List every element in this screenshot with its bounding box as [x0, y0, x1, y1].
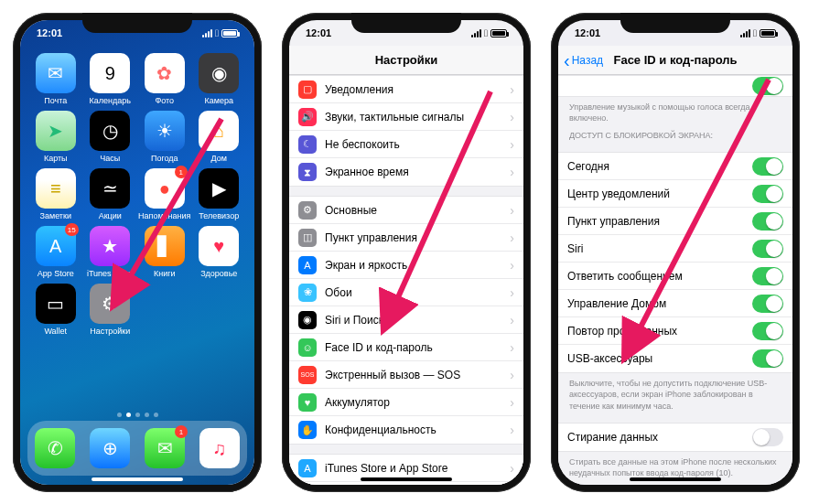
- toggle-switch[interactable]: [752, 349, 783, 368]
- settings-row[interactable]: ✋Конфиденциальность›: [289, 416, 523, 444]
- app-icon: ★: [90, 226, 130, 266]
- settings-row[interactable]: AЭкран и яркость›: [289, 252, 523, 279]
- app-здоровье[interactable]: ♥Здоровье: [193, 226, 246, 278]
- dock-app[interactable]: ✆: [35, 428, 75, 468]
- row-icon: 🔊: [298, 108, 317, 126]
- toggle-row[interactable]: Повтор пропущенных: [558, 317, 792, 345]
- nav-bar: Настройки: [289, 46, 523, 75]
- toggle-row[interactable]: USB-аксессуары: [558, 345, 792, 372]
- app-icon: ✿: [145, 53, 185, 93]
- toggle-label: Ответить сообщением: [567, 270, 752, 283]
- app-часы[interactable]: ◷Часы: [84, 111, 137, 163]
- app-wallet[interactable]: ▭Wallet: [29, 284, 82, 336]
- battery-icon: [760, 29, 776, 38]
- row-icon: A: [298, 256, 317, 274]
- dock: ✆⊕✉1♫: [27, 421, 247, 476]
- app-почта[interactable]: ✉Почта: [29, 53, 82, 105]
- toggle-switch[interactable]: [752, 157, 783, 176]
- battery-icon: [221, 29, 238, 38]
- toggle-switch[interactable]: [752, 295, 783, 313]
- app-icon: 9: [90, 53, 130, 93]
- nav-title: Face ID и код-пароль: [613, 53, 737, 67]
- toggle-row[interactable]: Сегодня: [558, 153, 792, 180]
- toggle-switch[interactable]: [752, 212, 783, 231]
- toggle-switch[interactable]: [752, 322, 783, 340]
- toggle-row[interactable]: Siri: [558, 235, 792, 263]
- row-label: Face ID и код-пароль: [325, 341, 510, 354]
- app-icon: ▶: [199, 168, 239, 209]
- nav-bar: Назад Face ID и код-пароль: [558, 46, 792, 75]
- notch: [620, 13, 730, 33]
- settings-row[interactable]: ☺Face ID и код-пароль›: [289, 334, 523, 361]
- row-icon: ⧗: [298, 163, 317, 181]
- dock-app[interactable]: ♫: [199, 428, 240, 468]
- row-icon: ✋: [298, 421, 317, 439]
- settings-row[interactable]: ❀Обои›: [289, 279, 523, 306]
- voice-note: Управление музыкой с помощью голоса всег…: [558, 97, 792, 125]
- row-icon: SOS: [298, 366, 317, 384]
- chevron-icon: ›: [510, 165, 514, 179]
- home-indicator: [630, 477, 721, 481]
- row-icon: ☺: [298, 338, 317, 357]
- app-label: Книги: [154, 269, 176, 278]
- dock-app[interactable]: ⊕: [90, 428, 130, 468]
- settings-row[interactable]: ⚙Основные›: [289, 197, 523, 224]
- app-погода[interactable]: ☀Погода: [138, 111, 191, 163]
- settings-row[interactable]: ◫Пункт управления›: [289, 224, 523, 252]
- app-label: App Store: [38, 269, 74, 278]
- toggle-voice-control[interactable]: [752, 77, 783, 95]
- row-label: iTunes Store и App Store: [325, 462, 510, 475]
- app-icon: ✉: [36, 53, 76, 93]
- settings-row[interactable]: SOSЭкстренный вызов — SOS›: [289, 361, 523, 389]
- row-icon: ▢: [298, 80, 317, 99]
- app-карты[interactable]: ➤Карты: [29, 111, 82, 163]
- app-акции[interactable]: ≃Акции: [84, 168, 137, 220]
- chevron-icon: ›: [510, 82, 514, 97]
- settings-row[interactable]: ♥Аккумулятор›: [289, 389, 523, 416]
- app-камера[interactable]: ◉Камера: [193, 53, 246, 105]
- signal-icon: [471, 29, 481, 38]
- toggle-row[interactable]: Управление Домом: [558, 290, 792, 317]
- app-напоминания[interactable]: ●1Напоминания: [138, 168, 191, 220]
- settings-row[interactable]: ⧗Экранное время›: [289, 158, 523, 186]
- dock-app[interactable]: ✉1: [145, 428, 185, 468]
- row-erase-data[interactable]: Стирание данных: [558, 424, 792, 451]
- phone-home: 12:01 􀙇 ✉Почта9Календарь✿Фото◉Камера➤Кар…: [13, 13, 262, 492]
- app-icon: A15: [36, 226, 76, 266]
- status-time: 12:01: [306, 27, 331, 38]
- app-itunes store[interactable]: ★iTunes Store: [84, 226, 137, 278]
- toggle-label: Управление Домом: [567, 297, 752, 310]
- toggle-switch[interactable]: [752, 240, 783, 258]
- app-календарь[interactable]: 9Календарь: [84, 53, 137, 105]
- app-книги[interactable]: ▋Книги: [138, 226, 191, 278]
- back-button[interactable]: Назад: [564, 54, 603, 67]
- toggle-row[interactable]: Пункт управления: [558, 208, 792, 235]
- row-label: Аккумулятор: [325, 396, 510, 409]
- row-icon: ♥: [298, 393, 317, 412]
- toggle-row[interactable]: Ответить сообщением: [558, 263, 792, 290]
- settings-row[interactable]: ▢Уведомления›: [289, 76, 523, 103]
- app-настройки[interactable]: ⚙Настройки: [84, 284, 137, 336]
- toggle-switch[interactable]: [752, 267, 783, 285]
- row-icon: A: [298, 459, 317, 477]
- settings-row[interactable]: 🔊Звуки, тактильные сигналы›: [289, 103, 523, 131]
- app-телевизор[interactable]: ▶Телевизор: [193, 168, 246, 220]
- app-заметки[interactable]: ≡Заметки: [29, 168, 82, 220]
- row-label: Экстренный вызов — SOS: [325, 369, 510, 381]
- toggle-label: Центр уведомлений: [567, 188, 752, 200]
- row-label: Не беспокоить: [325, 138, 510, 151]
- chevron-icon: ›: [510, 137, 514, 152]
- settings-row[interactable]: ▭Wallet и Apple Pay›: [289, 482, 523, 485]
- app-фото[interactable]: ✿Фото: [138, 53, 191, 105]
- app-app store[interactable]: A15App Store: [29, 226, 82, 278]
- usb-note: Выключите, чтобы не допустить подключени…: [558, 373, 792, 413]
- settings-row[interactable]: ◉Siri и Поиск›: [289, 306, 523, 334]
- app-label: Календарь: [90, 96, 131, 105]
- toggle-erase-data[interactable]: [752, 428, 783, 446]
- app-label: Почта: [44, 96, 67, 105]
- toggle-row[interactable]: Центр уведомлений: [558, 180, 792, 208]
- toggle-switch[interactable]: [752, 185, 783, 203]
- app-дом[interactable]: ⌂Дом: [193, 111, 246, 163]
- row-icon: ❀: [298, 284, 317, 302]
- settings-row[interactable]: ☾Не беспокоить›: [289, 131, 523, 158]
